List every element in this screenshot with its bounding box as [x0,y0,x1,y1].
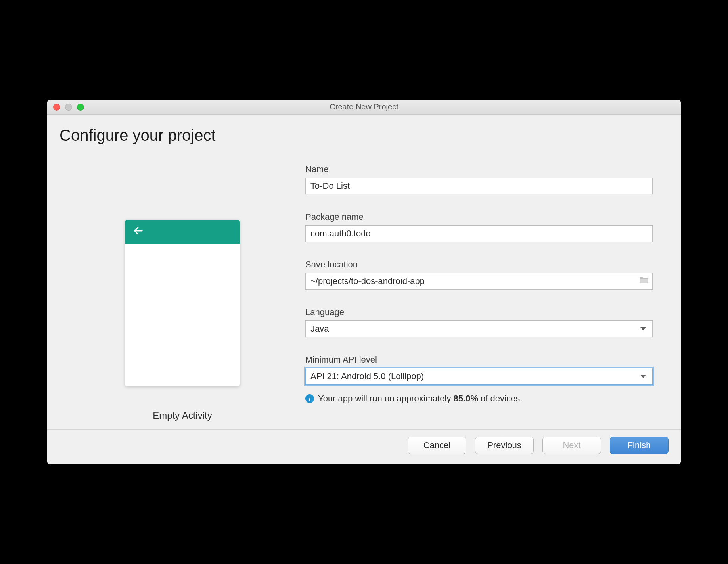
info-prefix: Your app will run on approximately [318,393,454,403]
info-icon: i [305,394,314,403]
minimum-api-label: Minimum API level [305,355,653,365]
chevron-down-icon [640,327,646,330]
cancel-button[interactable]: Cancel [408,437,466,454]
field-save-location: Save location ~/projects/to-dos-android-… [305,259,653,290]
field-language: Language Java [305,307,653,337]
language-select-value: Java [310,324,329,334]
save-location-label: Save location [305,259,653,270]
finish-button[interactable]: Finish [610,437,669,454]
language-select[interactable]: Java [305,320,653,337]
api-coverage-info: i Your app will run on approximately 85.… [305,393,653,404]
save-location-input[interactable]: ~/projects/to-dos-android-app [305,273,653,290]
titlebar: Create New Project [47,100,681,115]
next-button: Next [542,437,601,454]
field-name: Name To-Do List [305,164,653,194]
name-input[interactable]: To-Do List [305,178,653,194]
page-title: Configure your project [59,127,669,144]
name-label: Name [305,164,653,175]
info-percent: 85.0% [454,393,478,403]
name-input-value: To-Do List [310,181,350,191]
dialog-window: Create New Project Configure your projec… [47,100,681,464]
back-arrow-icon [133,225,144,238]
package-name-input[interactable]: com.auth0.todo [305,225,653,242]
folder-icon [639,276,649,284]
preview-appbar [125,220,240,244]
browse-folder-button[interactable] [639,276,649,287]
minimum-api-select[interactable]: API 21: Android 5.0 (Lollipop) [305,368,653,385]
field-minimum-api: Minimum API level API 21: Android 5.0 (L… [305,355,653,404]
activity-preview-thumbnail [125,220,240,386]
preview-caption: Empty Activity [153,410,212,421]
window-title: Create New Project [47,102,681,111]
dialog-content: Configure your project Empty Activity Na… [47,115,681,429]
activity-preview-column: Empty Activity [59,164,305,421]
field-package: Package name com.auth0.todo [305,212,653,242]
info-suffix: of devices. [478,393,522,403]
package-name-label: Package name [305,212,653,222]
body-row: Empty Activity Name To-Do List Package n… [59,164,669,421]
language-label: Language [305,307,653,317]
api-coverage-text: Your app will run on approximately 85.0%… [318,393,522,404]
minimum-api-select-value: API 21: Android 5.0 (Lollipop) [310,371,424,382]
package-name-input-value: com.auth0.todo [310,228,371,239]
form-column: Name To-Do List Package name com.auth0.t… [305,164,669,421]
save-location-input-value: ~/projects/to-dos-android-app [310,276,425,286]
previous-button[interactable]: Previous [475,437,534,454]
dialog-footer: Cancel Previous Next Finish [47,429,681,464]
chevron-down-icon [640,375,646,378]
